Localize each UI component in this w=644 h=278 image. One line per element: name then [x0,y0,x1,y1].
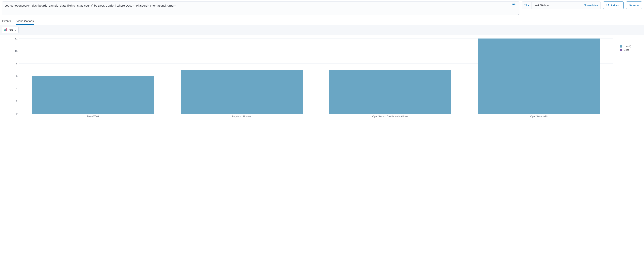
bar-chart-icon [4,28,7,32]
refresh-button[interactable]: Refresh [603,1,624,9]
y-axis-tick: 12 [13,37,18,40]
svg-rect-3 [6,28,6,31]
grid-line [19,114,613,114]
calendar-icon [524,3,527,7]
save-button-label: Save [629,4,636,7]
show-dates-button[interactable]: Show dates [582,4,600,7]
save-button[interactable]: Save [626,1,642,9]
bar-chart[interactable]: 024681012BeatsWestLogstash AirwaysOpenSe… [6,38,615,119]
query-input[interactable] [5,3,509,12]
chart-legend: count()Dest [620,38,638,119]
calendar-button[interactable] [522,2,532,9]
chart-panel: 024681012BeatsWestLogstash AirwaysOpenSe… [2,35,642,121]
bar[interactable] [329,70,451,114]
svg-rect-1 [4,29,5,31]
svg-rect-0 [524,4,526,6]
legend-swatch [620,45,622,47]
chart-type-label: Bar [9,28,13,31]
chevron-down-icon [637,4,639,7]
chart-type-selector[interactable]: Bar [2,27,19,33]
date-range-picker: Last 30 days Show dates [522,1,601,9]
refresh-icon [606,3,609,7]
y-axis-tick: 4 [13,87,18,90]
y-axis-tick: 10 [13,50,18,52]
tab-visualizations[interactable]: Visualizations [16,17,34,25]
y-axis-tick: 6 [13,75,18,78]
bar[interactable] [478,38,600,114]
query-language-button[interactable]: PPL [512,3,517,6]
resize-handle-icon[interactable] [517,13,519,15]
legend-label: count() [624,45,631,48]
query-input-container: PPL [2,1,520,15]
legend-swatch [620,49,622,51]
x-axis-label: OpenSearch-Air [530,115,548,118]
refresh-button-label: Refresh [610,4,620,7]
legend-item[interactable]: count() [620,45,638,48]
x-axis-label: BeatsWest [87,115,99,118]
tab-events[interactable]: Events [2,17,11,25]
svg-rect-2 [5,29,6,31]
x-axis-label: Logstash Airways [232,115,251,118]
legend-label: Dest [624,48,629,51]
y-axis-tick: 8 [13,62,18,65]
chevron-down-icon [528,4,530,7]
chevron-down-icon [15,28,16,31]
y-axis-tick: 2 [13,100,18,103]
date-range-label[interactable]: Last 30 days [532,4,582,7]
x-axis-label: OpenSearch Dashboards Airlines [372,115,408,118]
legend-item[interactable]: Dest [620,48,638,51]
tabs: Events Visualizations [0,17,644,25]
y-axis-tick: 0 [13,112,18,115]
bar[interactable] [32,76,154,114]
bar[interactable] [181,70,302,114]
